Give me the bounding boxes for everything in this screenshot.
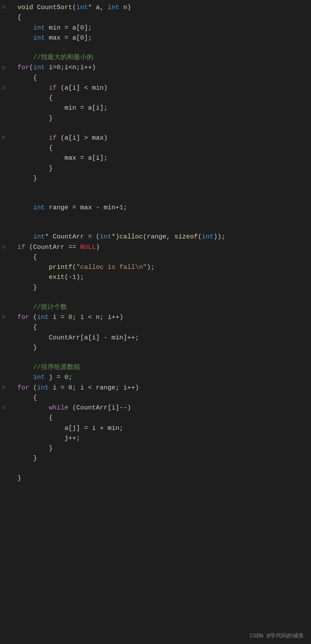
line-content: } xyxy=(9,473,307,483)
code-line xyxy=(0,213,311,222)
token: printf xyxy=(49,264,72,271)
line-content: } xyxy=(9,114,307,124)
token: 0 xyxy=(68,384,72,392)
token: CountSort( xyxy=(33,4,76,11)
fold-icon[interactable]: ⊟ xyxy=(2,243,5,252)
code-line: { xyxy=(0,73,311,83)
line-content: while (CountArr[i]--) xyxy=(9,403,307,413)
fold-icon[interactable]: ⊟ xyxy=(2,3,5,12)
line-gutter xyxy=(0,283,7,293)
token: 0 xyxy=(80,34,84,42)
line-gutter: ⊟ xyxy=(0,403,7,413)
line-gutter xyxy=(0,362,7,372)
code-line: { xyxy=(0,413,311,423)
line-gutter xyxy=(0,33,7,43)
line-content: for (int i = 0; i < range; i++) xyxy=(9,383,307,393)
token: sizeof xyxy=(174,233,198,241)
code-line: } xyxy=(0,473,311,483)
token: { xyxy=(49,94,53,102)
token: * CountArr = ( xyxy=(45,233,100,241)
code-line xyxy=(0,43,311,53)
line-content: } xyxy=(9,174,307,184)
fold-icon[interactable]: ⊟ xyxy=(2,384,5,392)
token: int xyxy=(37,384,49,392)
line-gutter xyxy=(0,423,7,433)
token: CountArr[a[i] - min]++; xyxy=(49,334,139,342)
token: min = a[ xyxy=(45,24,80,32)
token: * a, xyxy=(88,4,108,11)
code-line: } xyxy=(0,174,311,184)
code-line: } xyxy=(0,164,311,174)
token: while xyxy=(49,404,68,412)
token: j++; xyxy=(64,435,80,442)
token: (a[i] > max) xyxy=(57,134,108,142)
token: ]; xyxy=(84,24,92,32)
fold-icon[interactable]: ⊟ xyxy=(2,313,5,322)
line-content: //排序给原数组 xyxy=(9,362,307,372)
token: int xyxy=(33,204,45,211)
line-gutter: ⊟ xyxy=(0,83,7,93)
line-content: int max = a[0]; xyxy=(9,33,307,43)
code-line: ⊟if (CountArr == NULL) xyxy=(0,242,311,252)
code-line: max = a[i]; xyxy=(0,153,311,163)
token: ); xyxy=(147,264,155,271)
token: int xyxy=(33,24,45,32)
token: //找最大的和最小的 xyxy=(33,54,93,61)
line-gutter: ⊟ xyxy=(0,312,7,322)
token: (CountArr == xyxy=(25,244,80,251)
line-gutter xyxy=(0,473,7,483)
line-content: } xyxy=(9,443,307,453)
line-gutter xyxy=(0,213,7,222)
code-line: } xyxy=(0,114,311,124)
code-line: int range = max - min+1; xyxy=(0,203,311,213)
line-content: int* CountArr = (int*)calloc(range, size… xyxy=(9,232,307,242)
code-line: ⊟for(int i=0;i<n;i++) xyxy=(0,63,311,73)
code-line: ⊟ while (CountArr[i]--) xyxy=(0,403,311,413)
fold-icon[interactable]: ⊟ xyxy=(2,84,5,92)
line-gutter xyxy=(0,252,7,262)
token: ( xyxy=(29,314,37,321)
token: int xyxy=(100,233,112,241)
code-line xyxy=(0,184,311,193)
line-gutter xyxy=(0,302,7,312)
token xyxy=(17,404,49,412)
fold-icon[interactable]: ⊟ xyxy=(2,64,5,72)
code-line: ⊟ if (a[i] < min) xyxy=(0,83,311,93)
line-content: //统计个数 xyxy=(9,302,307,312)
token: )); xyxy=(213,233,225,241)
line-content: if (a[i] > max) xyxy=(9,133,307,143)
token: { xyxy=(49,414,53,422)
token: 0 xyxy=(68,314,72,321)
code-line: { xyxy=(0,322,311,332)
code-line xyxy=(0,222,311,232)
token: (a[i] < min) xyxy=(57,84,108,92)
token: exit xyxy=(49,274,64,281)
code-line: j++; xyxy=(0,433,311,443)
fold-icon[interactable]: ⊟ xyxy=(2,404,5,412)
token: int xyxy=(33,34,45,42)
line-gutter xyxy=(0,203,7,213)
line-gutter xyxy=(0,333,7,343)
line-content: { xyxy=(9,413,307,423)
code-line: ⊟for (int i = 0; i < n; i++) xyxy=(0,312,311,322)
line-gutter xyxy=(0,73,7,83)
code-line: ⊟void CountSort(int* a, int n) xyxy=(0,3,311,13)
token: ( xyxy=(72,264,76,271)
line-content: min = a[i]; xyxy=(9,103,307,113)
line-gutter xyxy=(0,433,7,443)
token: int xyxy=(76,4,88,11)
line-content: } xyxy=(9,164,307,174)
token: int xyxy=(108,4,119,11)
token: for xyxy=(17,384,29,392)
token: calloc xyxy=(119,233,143,241)
token: i= xyxy=(45,64,57,71)
line-content: } xyxy=(9,343,307,353)
line-content: { xyxy=(9,73,307,83)
token: n) xyxy=(119,4,131,11)
token: } xyxy=(33,344,37,352)
fold-icon[interactable]: ⊟ xyxy=(2,134,5,142)
token: ( xyxy=(29,384,37,392)
line-gutter xyxy=(0,372,7,382)
line-gutter xyxy=(0,293,7,302)
line-gutter xyxy=(0,453,7,463)
